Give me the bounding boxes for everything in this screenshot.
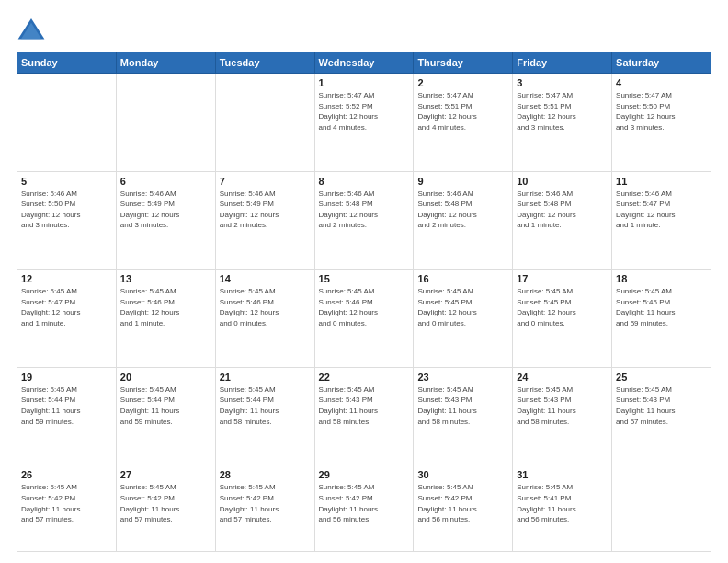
day-cell: [612, 465, 711, 552]
day-number: 11: [616, 176, 707, 187]
day-info: Sunrise: 5:47 AM Sunset: 5:52 PM Dayligh…: [319, 90, 410, 132]
day-number: 22: [319, 372, 410, 383]
day-cell: 15Sunrise: 5:45 AM Sunset: 5:46 PM Dayli…: [314, 270, 414, 368]
day-cell: 7Sunrise: 5:46 AM Sunset: 5:49 PM Daylig…: [215, 171, 314, 270]
day-cell: 11Sunrise: 5:46 AM Sunset: 5:47 PM Dayli…: [612, 171, 711, 270]
week-row-4: 26Sunrise: 5:45 AM Sunset: 5:42 PM Dayli…: [17, 465, 711, 552]
day-info: Sunrise: 5:45 AM Sunset: 5:45 PM Dayligh…: [616, 286, 707, 328]
day-info: Sunrise: 5:45 AM Sunset: 5:46 PM Dayligh…: [319, 286, 410, 328]
day-info: Sunrise: 5:46 AM Sunset: 5:49 PM Dayligh…: [120, 189, 211, 231]
day-number: 30: [417, 469, 508, 480]
day-number: 4: [616, 77, 707, 88]
day-info: Sunrise: 5:45 AM Sunset: 5:47 PM Dayligh…: [21, 286, 112, 328]
day-info: Sunrise: 5:47 AM Sunset: 5:51 PM Dayligh…: [417, 90, 508, 132]
day-cell: 4Sunrise: 5:47 AM Sunset: 5:50 PM Daylig…: [612, 74, 711, 172]
day-cell: 14Sunrise: 5:45 AM Sunset: 5:46 PM Dayli…: [215, 270, 314, 368]
weekday-monday: Monday: [116, 52, 215, 74]
day-cell: 23Sunrise: 5:45 AM Sunset: 5:43 PM Dayli…: [414, 367, 513, 465]
day-number: 2: [417, 77, 508, 88]
day-cell: 5Sunrise: 5:46 AM Sunset: 5:50 PM Daylig…: [17, 171, 117, 270]
day-info: Sunrise: 5:45 AM Sunset: 5:45 PM Dayligh…: [517, 286, 608, 328]
day-cell: 3Sunrise: 5:47 AM Sunset: 5:51 PM Daylig…: [513, 74, 612, 172]
day-cell: 26Sunrise: 5:45 AM Sunset: 5:42 PM Dayli…: [17, 465, 117, 552]
day-info: Sunrise: 5:47 AM Sunset: 5:50 PM Dayligh…: [616, 90, 707, 132]
day-info: Sunrise: 5:45 AM Sunset: 5:41 PM Dayligh…: [517, 482, 608, 524]
day-number: 23: [417, 372, 508, 383]
day-info: Sunrise: 5:45 AM Sunset: 5:44 PM Dayligh…: [120, 385, 211, 427]
day-number: 27: [120, 469, 211, 480]
day-cell: 29Sunrise: 5:45 AM Sunset: 5:42 PM Dayli…: [314, 465, 414, 552]
week-row-1: 5Sunrise: 5:46 AM Sunset: 5:50 PM Daylig…: [17, 171, 711, 270]
day-cell: 8Sunrise: 5:46 AM Sunset: 5:48 PM Daylig…: [314, 171, 414, 270]
day-number: 20: [120, 372, 211, 383]
day-number: 12: [21, 273, 112, 284]
day-cell: [215, 74, 314, 172]
calendar-table: SundayMondayTuesdayWednesdayThursdayFrid…: [17, 52, 711, 552]
day-info: Sunrise: 5:46 AM Sunset: 5:50 PM Dayligh…: [21, 189, 112, 231]
day-cell: 31Sunrise: 5:45 AM Sunset: 5:41 PM Dayli…: [513, 465, 612, 552]
day-info: Sunrise: 5:45 AM Sunset: 5:43 PM Dayligh…: [319, 385, 410, 427]
day-cell: [116, 74, 215, 172]
week-row-0: 1Sunrise: 5:47 AM Sunset: 5:52 PM Daylig…: [17, 74, 711, 172]
day-cell: 10Sunrise: 5:46 AM Sunset: 5:48 PM Dayli…: [513, 171, 612, 270]
day-cell: 16Sunrise: 5:45 AM Sunset: 5:45 PM Dayli…: [414, 270, 513, 368]
day-cell: 20Sunrise: 5:45 AM Sunset: 5:44 PM Dayli…: [116, 367, 215, 465]
day-cell: 22Sunrise: 5:45 AM Sunset: 5:43 PM Dayli…: [314, 367, 414, 465]
logo: [17, 17, 50, 42]
day-cell: 21Sunrise: 5:45 AM Sunset: 5:44 PM Dayli…: [215, 367, 314, 465]
day-cell: 25Sunrise: 5:45 AM Sunset: 5:43 PM Dayli…: [612, 367, 711, 465]
day-cell: [17, 74, 117, 172]
day-number: 13: [120, 273, 211, 284]
weekday-thursday: Thursday: [414, 52, 513, 74]
day-cell: 6Sunrise: 5:46 AM Sunset: 5:49 PM Daylig…: [116, 171, 215, 270]
day-info: Sunrise: 5:45 AM Sunset: 5:42 PM Dayligh…: [220, 482, 311, 524]
day-number: 31: [517, 469, 608, 480]
day-cell: 18Sunrise: 5:45 AM Sunset: 5:45 PM Dayli…: [612, 270, 711, 368]
day-number: 15: [319, 273, 410, 284]
day-number: 8: [319, 176, 410, 187]
day-info: Sunrise: 5:46 AM Sunset: 5:48 PM Dayligh…: [517, 189, 608, 231]
day-info: Sunrise: 5:45 AM Sunset: 5:43 PM Dayligh…: [616, 385, 707, 427]
day-info: Sunrise: 5:45 AM Sunset: 5:42 PM Dayligh…: [120, 482, 211, 524]
weekday-header-row: SundayMondayTuesdayWednesdayThursdayFrid…: [17, 52, 711, 74]
day-number: 3: [517, 77, 608, 88]
day-number: 9: [417, 176, 508, 187]
page: SundayMondayTuesdayWednesdayThursdayFrid…: [0, 0, 728, 563]
week-row-2: 12Sunrise: 5:45 AM Sunset: 5:47 PM Dayli…: [17, 270, 711, 368]
day-number: 14: [220, 273, 311, 284]
day-number: 28: [220, 469, 311, 480]
day-number: 5: [21, 176, 112, 187]
day-number: 19: [21, 372, 112, 383]
weekday-tuesday: Tuesday: [215, 52, 314, 74]
header: [17, 17, 711, 42]
day-info: Sunrise: 5:45 AM Sunset: 5:42 PM Dayligh…: [21, 482, 112, 524]
day-cell: 19Sunrise: 5:45 AM Sunset: 5:44 PM Dayli…: [17, 367, 117, 465]
day-cell: 1Sunrise: 5:47 AM Sunset: 5:52 PM Daylig…: [314, 74, 414, 172]
day-info: Sunrise: 5:45 AM Sunset: 5:44 PM Dayligh…: [220, 385, 311, 427]
day-number: 26: [21, 469, 112, 480]
day-info: Sunrise: 5:46 AM Sunset: 5:48 PM Dayligh…: [417, 189, 508, 231]
day-number: 18: [616, 273, 707, 284]
day-info: Sunrise: 5:46 AM Sunset: 5:48 PM Dayligh…: [319, 189, 410, 231]
day-info: Sunrise: 5:45 AM Sunset: 5:42 PM Dayligh…: [319, 482, 410, 524]
day-cell: 2Sunrise: 5:47 AM Sunset: 5:51 PM Daylig…: [414, 74, 513, 172]
week-row-3: 19Sunrise: 5:45 AM Sunset: 5:44 PM Dayli…: [17, 367, 711, 465]
day-number: 29: [319, 469, 410, 480]
weekday-sunday: Sunday: [17, 52, 117, 74]
day-cell: 17Sunrise: 5:45 AM Sunset: 5:45 PM Dayli…: [513, 270, 612, 368]
day-info: Sunrise: 5:46 AM Sunset: 5:47 PM Dayligh…: [616, 189, 707, 231]
day-cell: 27Sunrise: 5:45 AM Sunset: 5:42 PM Dayli…: [116, 465, 215, 552]
day-info: Sunrise: 5:47 AM Sunset: 5:51 PM Dayligh…: [517, 90, 608, 132]
day-info: Sunrise: 5:45 AM Sunset: 5:43 PM Dayligh…: [417, 385, 508, 427]
day-number: 24: [517, 372, 608, 383]
day-info: Sunrise: 5:46 AM Sunset: 5:49 PM Dayligh…: [220, 189, 311, 231]
day-cell: 28Sunrise: 5:45 AM Sunset: 5:42 PM Dayli…: [215, 465, 314, 552]
day-info: Sunrise: 5:45 AM Sunset: 5:46 PM Dayligh…: [220, 286, 311, 328]
day-number: 16: [417, 273, 508, 284]
day-cell: 13Sunrise: 5:45 AM Sunset: 5:46 PM Dayli…: [116, 270, 215, 368]
day-cell: 24Sunrise: 5:45 AM Sunset: 5:43 PM Dayli…: [513, 367, 612, 465]
day-cell: 9Sunrise: 5:46 AM Sunset: 5:48 PM Daylig…: [414, 171, 513, 270]
weekday-friday: Friday: [513, 52, 612, 74]
day-info: Sunrise: 5:45 AM Sunset: 5:45 PM Dayligh…: [417, 286, 508, 328]
day-cell: 12Sunrise: 5:45 AM Sunset: 5:47 PM Dayli…: [17, 270, 117, 368]
